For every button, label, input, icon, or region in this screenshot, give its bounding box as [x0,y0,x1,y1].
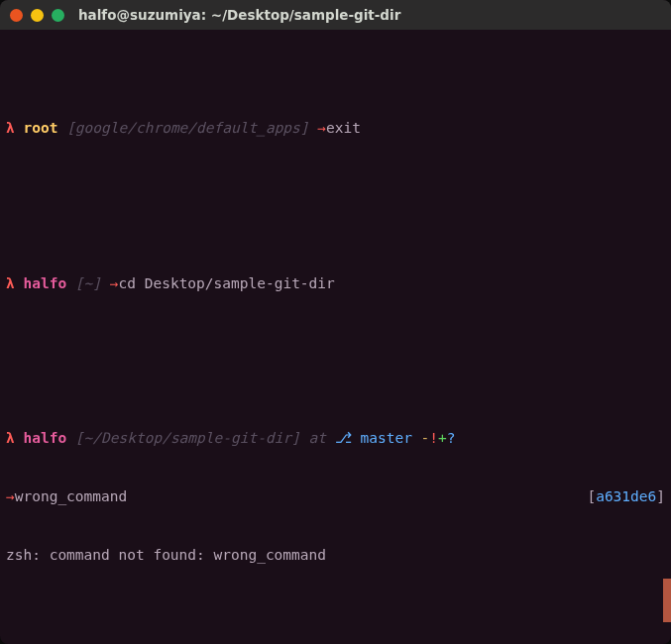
git-flag: ? [447,430,456,446]
at-text: at [300,430,335,446]
command-text: wrong_command [15,488,128,504]
minimize-icon[interactable] [31,9,44,22]
close-icon[interactable] [10,9,23,22]
prompt-line: λ root [google/chrome/default_apps] →exi… [6,119,665,139]
git-flag: + [438,430,447,446]
lambda-icon: λ [6,430,23,446]
prompt-user: root [23,120,57,136]
branch-name: master [352,430,421,446]
git-branch-icon: ⎇ [335,430,352,446]
scrollbar[interactable] [663,579,671,622]
maximize-icon[interactable] [52,9,64,22]
prompt-arrow: → [101,275,118,291]
lambda-icon: λ [6,275,23,291]
titlebar[interactable]: halfo@suzumiya: ~/Desktop/sample-git-dir [0,0,671,30]
commit-hash: [a631de6] [587,487,665,507]
command-text: cd Desktop/sample-git-dir [119,275,335,291]
prompt-path: [~] [75,275,101,291]
prompt-path: [google/chrome/default_apps] [66,120,308,136]
command-line: →wrong_command[a631de6] [6,487,665,507]
terminal-body[interactable]: λ root [google/chrome/default_apps] →exi… [0,30,671,644]
git-flag: ! [429,430,438,446]
arrow-icon: → [6,488,15,504]
prompt-line: λ halfo [~/Desktop/sample-git-dir] at ⎇ … [6,429,665,449]
lambda-icon: λ [6,120,23,136]
prompt-line: λ halfo [~] →cd Desktop/sample-git-dir [6,274,665,294]
command-text: exit [326,120,361,136]
terminal-window: halfo@suzumiya: ~/Desktop/sample-git-dir… [0,0,671,644]
output-line: zsh: command not found: wrong_command [6,546,665,566]
prompt-arrow: → [309,120,326,136]
window-title: halfo@suzumiya: ~/Desktop/sample-git-dir [78,7,400,23]
prompt-path: [~/Desktop/sample-git-dir] [75,430,300,446]
prompt-user: halfo [23,430,66,446]
prompt-user: halfo [23,275,66,291]
